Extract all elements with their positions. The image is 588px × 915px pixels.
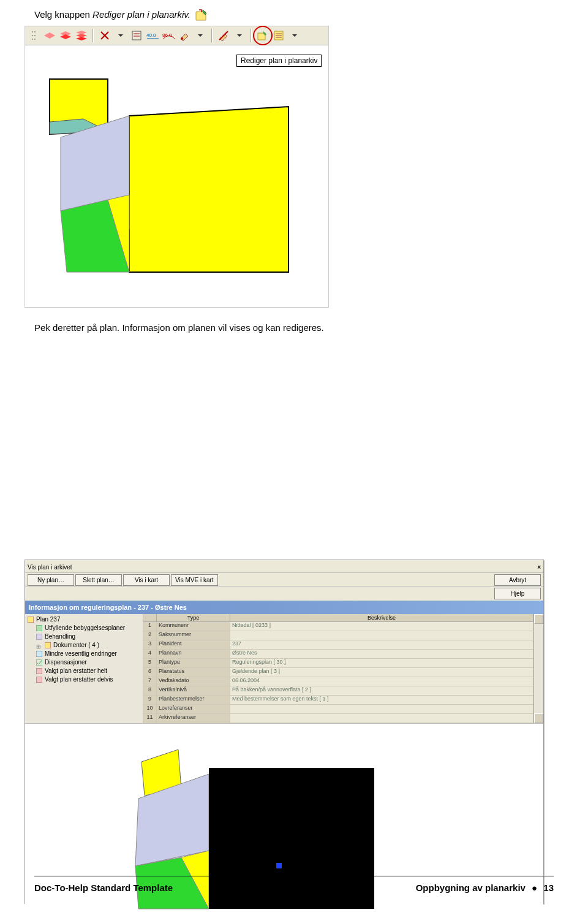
grid-row[interactable]: 3Planident237 xyxy=(143,640,533,650)
app-toolbar: 40.0 86.0 xyxy=(25,26,328,45)
screenshot-plan-info-dialog: Vis plan i arkivet × Ny plan… Slett plan… xyxy=(24,560,544,904)
svg-text:40.0: 40.0 xyxy=(146,32,156,38)
toolbar-list-icon[interactable] xyxy=(273,29,285,42)
screenshot-toolbar-map: 40.0 86.0 Rediger plan i planarkiv xyxy=(24,26,329,308)
svg-point-1 xyxy=(32,31,33,32)
grid-row[interactable]: 10Lovreferanser xyxy=(143,705,533,714)
toolbar-dropdown-icon[interactable] xyxy=(115,29,127,42)
delete-plan-button[interactable]: Slett plan… xyxy=(75,574,122,586)
svg-point-3 xyxy=(32,39,33,40)
svg-point-5 xyxy=(34,35,36,36)
svg-point-6 xyxy=(34,39,36,40)
svg-point-4 xyxy=(34,31,36,32)
dialog-top-title: Vis plan i arkivet xyxy=(28,564,72,571)
toolbar-form-icon[interactable] xyxy=(130,29,143,42)
toolbar-nopaint-icon[interactable] xyxy=(217,29,230,42)
grid-row[interactable]: 6PlanstatusGjeldende plan [ 3 ] xyxy=(143,668,533,677)
toolbar-dropdown3-icon[interactable] xyxy=(233,29,246,42)
intro-command: Rediger plan i planarkiv. xyxy=(92,9,190,20)
svg-point-2 xyxy=(32,35,33,36)
toolbar-cut-icon[interactable] xyxy=(99,29,111,42)
toolbar-paint-icon[interactable] xyxy=(178,29,190,42)
toolbar-layer1-icon[interactable] xyxy=(43,29,56,42)
grid-row[interactable]: 4PlannavnØstre Nes xyxy=(143,650,533,659)
show-in-map-button[interactable]: Vis i kart xyxy=(123,574,170,586)
tree-root[interactable]: Plan 237 xyxy=(28,615,140,624)
svg-rect-8 xyxy=(134,33,140,34)
toolbar-layer3-icon[interactable] xyxy=(75,29,88,42)
svg-rect-30 xyxy=(36,651,42,657)
vertical-scrollbar[interactable] xyxy=(533,614,543,723)
close-icon[interactable]: × xyxy=(537,564,541,571)
tree-item[interactable]: Utfyllende bebyggelsesplaner xyxy=(28,624,140,632)
toolbar-grip-icon xyxy=(28,29,40,42)
svg-rect-9 xyxy=(134,36,140,37)
toolbar-separator xyxy=(251,29,252,42)
svg-rect-33 xyxy=(36,677,42,683)
show-mve-in-map-button[interactable]: Vis MVE i kart xyxy=(171,574,218,586)
grid-header: Type Beskrivelse xyxy=(143,614,533,622)
footer-section: Oppbygning av planarkiv ● 13 xyxy=(416,883,554,893)
toolbar-layer2-icon[interactable] xyxy=(59,29,72,42)
tree-item[interactable]: ⊞Dokumenter ( 4 ) xyxy=(28,641,140,650)
tree-item[interactable]: Dispensasjoner xyxy=(28,658,140,667)
svg-text:86.0: 86.0 xyxy=(162,32,172,38)
tree-item[interactable]: Valgt plan erstatter helt xyxy=(28,667,140,675)
plan-info-grid[interactable]: Type Beskrivelse 1KommunenrNittedal [ 02… xyxy=(143,614,533,723)
grid-row[interactable]: 5PlantypeReguleringsplan [ 30 ] xyxy=(143,659,533,668)
toolbar-separator xyxy=(92,29,94,42)
footer-template-name: Doc-To-Help Standard Template xyxy=(34,883,173,893)
dialog-top-bar: Vis plan i arkivet × xyxy=(25,560,543,573)
intro-text: Velg knappen Rediger plan i planarkiv. xyxy=(34,9,554,22)
svg-rect-27 xyxy=(36,625,42,631)
svg-marker-20 xyxy=(129,107,288,272)
toolbar-separator xyxy=(211,29,213,42)
grid-row[interactable]: 2Saksnummer xyxy=(143,631,533,640)
svg-rect-39 xyxy=(276,863,282,868)
svg-rect-29 xyxy=(45,642,51,648)
grid-row[interactable]: 9PlanbestemmelserMed bestemmelser som eg… xyxy=(143,696,533,705)
help-button[interactable]: Hjelp xyxy=(494,588,541,599)
tree-item[interactable]: Mindre vesentlig endringer xyxy=(28,650,140,658)
scroll-down-icon[interactable] xyxy=(534,713,543,723)
page-footer: Doc-To-Help Standard Template Oppbygning… xyxy=(34,876,554,893)
tree-item[interactable]: Behandling xyxy=(28,632,140,641)
new-plan-button[interactable]: Ny plan… xyxy=(28,574,74,586)
intro-prefix: Velg knappen xyxy=(34,9,92,20)
grid-row[interactable]: 11Arkivreferanser xyxy=(143,714,533,723)
plan-edit-highlighted-icon[interactable] xyxy=(257,29,269,42)
svg-rect-28 xyxy=(36,634,42,640)
plan-edit-icon xyxy=(195,9,209,22)
svg-rect-15 xyxy=(258,33,265,40)
body-text-2: Pek deretter på plan. Informasjon om pla… xyxy=(34,322,554,333)
map-canvas-1 xyxy=(25,45,328,308)
grid-row[interactable]: 7Vedtaksdato06.06.2004 xyxy=(143,677,533,686)
toolbar-dropdown4-icon[interactable] xyxy=(288,29,301,42)
plan-tree[interactable]: Plan 237 Utfyllende bebyggelsesplaner Be… xyxy=(25,614,143,723)
grid-row[interactable]: 1KommunenrNittedal [ 0233 ] xyxy=(143,622,533,631)
svg-point-13 xyxy=(181,37,183,40)
tree-item[interactable]: Valgt plan erstatter delvis xyxy=(28,675,140,684)
scroll-up-icon[interactable] xyxy=(534,614,543,624)
grid-row[interactable]: 8VertikalnivåPå bakken/på vannoverflata … xyxy=(143,686,533,696)
cancel-button[interactable]: Avbryt xyxy=(494,574,541,586)
toolbar-dim-icon[interactable]: 40.0 xyxy=(146,29,159,42)
svg-rect-26 xyxy=(28,617,34,623)
svg-rect-32 xyxy=(36,668,42,674)
toolbar-dropdown2-icon[interactable] xyxy=(194,29,206,42)
toolbar-dim2-icon[interactable]: 86.0 xyxy=(162,29,175,42)
dialog-subtitle: Informasjon om reguleringsplan - 237 - Ø… xyxy=(25,601,543,614)
dialog-button-row: Ny plan… Slett plan… Vis i kart Vis MVE … xyxy=(25,573,543,587)
